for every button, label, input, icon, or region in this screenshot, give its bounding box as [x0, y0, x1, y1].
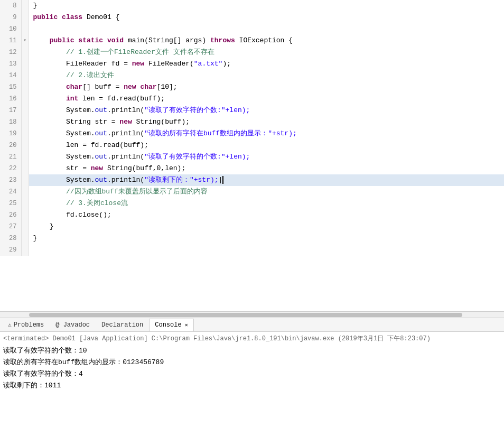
horizontal-scrollbar[interactable] [0, 312, 504, 318]
table-row: 22 str = new String(buff,0,len); [0, 163, 504, 174]
console-output-line: 读取剩下的：1011 [3, 380, 501, 392]
problems-icon: ⚠ [8, 321, 12, 328]
console-output-line: 读取了有效字符的个数：10 [3, 345, 501, 357]
code-token: Demo01 { [87, 13, 119, 21]
console-output: 读取了有效字符的个数：10读取的所有字符在buff数组内的显示：01234567… [3, 345, 501, 392]
code-token: } [33, 234, 38, 242]
table-row: 25 // 3.关闭close流 [0, 198, 504, 209]
code-token: public [50, 36, 79, 44]
collapse-gutter[interactable]: ▾ [21, 35, 29, 47]
line-number: 8 [0, 0, 21, 12]
code-token: String(buff,0,len); [107, 164, 185, 172]
collapse-gutter [21, 174, 29, 186]
code-token: new [91, 164, 107, 172]
tab-declaration[interactable]: Declaration [96, 319, 149, 331]
line-number: 27 [0, 221, 21, 233]
code-token [33, 188, 66, 196]
code-token [33, 141, 66, 149]
code-token: "a.txt" [194, 60, 223, 68]
code-token: .println( [107, 176, 144, 184]
code-token: .println( [107, 129, 144, 137]
code-token: "读取剩下的："+str); [144, 176, 218, 184]
code-token: FileReader( [148, 60, 194, 68]
line-number: 28 [0, 233, 21, 244]
collapse-gutter [21, 23, 29, 35]
scrollbar-thumb[interactable] [29, 313, 462, 317]
code-token [33, 60, 66, 68]
table-row: 21 System.out.println("读取了有效字符的个数:"+len)… [0, 151, 504, 163]
table-row: 8} [0, 0, 504, 12]
code-token: out [95, 153, 107, 161]
code-line-content: String str = new String(buff); [29, 116, 504, 128]
code-token [33, 106, 66, 114]
console-close-icon[interactable]: ✕ [185, 322, 188, 328]
code-line-content [29, 23, 504, 35]
code-token [33, 83, 66, 91]
table-row: 27 } [0, 221, 504, 233]
code-token: class [62, 13, 87, 21]
tab-problems[interactable]: ⚠ Problems [2, 319, 50, 331]
code-line-content: str = new String(buff,0,len); [29, 163, 504, 174]
code-token: // 1.创建一个FileReader文件 文件名不存在 [66, 48, 214, 56]
table-row: 26 fd.close(); [0, 209, 504, 221]
line-number: 22 [0, 163, 21, 174]
code-line-content: public class Demo01 { [29, 12, 504, 23]
code-line-content: //因为数组buff未覆盖所以显示了后面的内容 [29, 186, 504, 198]
console-terminated-line: <terminated> Demo01 [Java Application] C… [3, 334, 501, 343]
code-line-content: } [29, 233, 504, 244]
code-token: static [78, 36, 107, 44]
tab-bar: ⚠ Problems @ Javadoc Declaration Console… [0, 318, 504, 332]
collapse-gutter [21, 70, 29, 81]
table-row: 18 String str = new String(buff); [0, 116, 504, 128]
code-token [33, 95, 66, 103]
code-token: IOException { [239, 36, 293, 44]
collapse-gutter [21, 244, 29, 256]
line-number: 10 [0, 23, 21, 35]
line-number: 13 [0, 58, 21, 70]
collapse-gutter [21, 116, 29, 128]
code-token: "读取了有效字符的个数:"+len); [144, 106, 250, 114]
collapse-gutter [21, 221, 29, 233]
table-row: 28} [0, 233, 504, 244]
code-token: fd = [107, 60, 132, 68]
code-token [33, 118, 66, 126]
collapse-gutter [21, 198, 29, 209]
code-token: .println( [107, 106, 144, 114]
tab-console-label: Console [155, 321, 181, 329]
code-token [33, 48, 66, 56]
code-token: new [119, 118, 136, 126]
code-line-content: public static void main(String[] args) t… [29, 35, 504, 47]
code-token: } [33, 222, 54, 230]
code-line-content: System.out.println("读取的所有字符在buff数组内的显示："… [29, 128, 504, 140]
code-token [33, 71, 66, 79]
code-line-content: } [29, 221, 504, 233]
code-token: new [124, 83, 140, 91]
code-token: String [66, 118, 95, 126]
code-token [33, 164, 66, 172]
code-editor[interactable]: 8}9public class Demo01 {1011▾ public sta… [0, 0, 504, 312]
code-token: str = [95, 118, 120, 126]
code-token: System. [66, 106, 95, 114]
code-token: String(buff); [136, 118, 190, 126]
code-token [33, 153, 66, 161]
table-row: 23 System.out.println("读取剩下的："+str);| [0, 174, 504, 186]
code-table: 8}9public class Demo01 {1011▾ public sta… [0, 0, 504, 256]
table-row: 10 [0, 23, 504, 35]
tab-declaration-label: Declaration [101, 321, 143, 329]
code-token: // 3.关闭close流 [66, 199, 128, 207]
code-token: // 2.读出文件 [66, 71, 114, 79]
tab-console[interactable]: Console ✕ [149, 319, 193, 331]
code-token: FileReader [66, 60, 107, 68]
tab-javadoc[interactable]: @ Javadoc [50, 319, 96, 331]
code-token: len = fd.read(buff); [66, 141, 148, 149]
table-row: 15 char[] buff = new char[10]; [0, 81, 504, 93]
line-number: 14 [0, 70, 21, 81]
code-token: int [66, 95, 82, 103]
code-line-content [29, 244, 504, 256]
tab-javadoc-label: @ Javadoc [55, 321, 90, 329]
collapse-gutter [21, 81, 29, 93]
code-token: out [95, 106, 107, 114]
code-token: fd.close(); [66, 211, 111, 219]
collapse-gutter [21, 233, 29, 244]
code-token: main(String[] args) [128, 36, 210, 44]
